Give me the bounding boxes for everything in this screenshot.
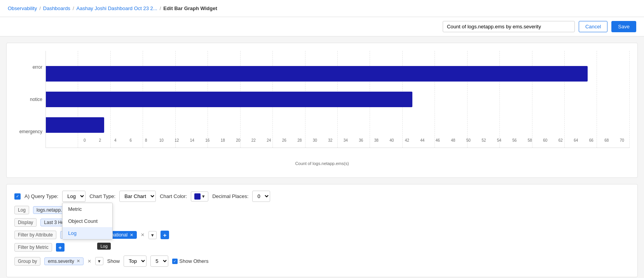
decimal-label: Decimal Places:: [212, 193, 248, 199]
top-select[interactable]: Top: [124, 255, 147, 267]
query-type-select[interactable]: Log: [62, 191, 86, 202]
chart-area: error notice emergency: [14, 51, 630, 160]
decimal-select[interactable]: 0: [252, 191, 270, 202]
x-label: 4: [108, 136, 123, 148]
breadcrumb-sep-2: /: [73, 5, 74, 11]
config-row-1: A) Query Type: Log Metric Object Count L…: [14, 191, 630, 202]
y-label-notice: notice: [30, 97, 42, 102]
query-type-dropdown-menu: Metric Object Count Log: [62, 203, 113, 240]
x-label: 12: [169, 136, 185, 148]
breadcrumb: Observability / Dashboards / Aashay Josh…: [0, 0, 644, 17]
query-enable-checkbox[interactable]: [14, 193, 21, 200]
x-label: 30: [307, 136, 323, 148]
show-label: Show: [107, 258, 120, 264]
x-label: 64: [568, 136, 584, 148]
x-label: 48: [445, 136, 461, 148]
x-label: 66: [584, 136, 599, 148]
x-label: 28: [292, 136, 307, 148]
x-label: 44: [415, 136, 430, 148]
bar-error: [46, 66, 588, 82]
show-others-label: Show Others: [179, 258, 208, 264]
x-axis-title: Count of logs.netapp.ems(s): [14, 161, 630, 166]
filter-metric-pill: Filter by Metric: [14, 243, 52, 252]
dropdown-item-log[interactable]: Log: [63, 227, 112, 239]
filter-attribute-add-btn[interactable]: +: [161, 231, 169, 239]
breadcrumb-dashboards[interactable]: Dashboards: [43, 5, 70, 11]
dropdown-item-metric[interactable]: Metric: [63, 203, 112, 215]
filter-attribute-dropdown-btn[interactable]: ▾: [148, 231, 157, 239]
x-label: 10: [154, 136, 169, 148]
query-type-label: A) Query Type:: [24, 193, 58, 199]
x-label: 70: [614, 136, 630, 148]
config-row-6: Group by ems.severity ✕ ✕ ▾ Show Top 5 S…: [14, 255, 630, 267]
x-label: 60: [538, 136, 553, 148]
filter-attribute-clear-btn[interactable]: ✕: [141, 232, 145, 238]
x-label: 18: [215, 136, 231, 148]
x-label: 6: [123, 136, 139, 148]
bar-row-notice: [46, 89, 630, 110]
group-by-tag-text: ems.severity: [48, 259, 74, 264]
chevron-down-icon: ▾: [202, 193, 205, 199]
x-label: 36: [353, 136, 369, 148]
breadcrumb-sep-3: /: [160, 5, 161, 11]
x-label: 40: [384, 136, 400, 148]
x-label: 54: [492, 136, 507, 148]
x-label: 52: [476, 136, 492, 148]
x-label: 26: [277, 136, 292, 148]
breadcrumb-dashboard-name[interactable]: Aashay Joshi Dashboard Oct 23 2...: [77, 5, 157, 11]
query-type-dropdown-container: Log Metric Object Count Log: [62, 191, 86, 202]
bar-row-error: [46, 63, 630, 84]
group-by-clear-btn[interactable]: ✕: [87, 259, 91, 264]
group-by-pill: Group by: [14, 257, 40, 266]
group-by-ems-severity-tag: ems.severity ✕: [44, 257, 83, 265]
header-bar: Cancel Save: [0, 17, 644, 36]
display-pill: Display: [14, 218, 37, 227]
y-label-error: error: [33, 64, 42, 70]
group-by-dropdown-btn[interactable]: ▾: [95, 257, 103, 265]
cancel-button[interactable]: Cancel: [579, 21, 607, 32]
top-count-select[interactable]: 5: [150, 255, 168, 267]
x-label: 50: [461, 136, 476, 148]
x-label: 24: [261, 136, 277, 148]
filter-attribute-pill: Filter by Attribute: [14, 231, 56, 239]
bar-emergency: [46, 117, 104, 133]
breadcrumb-sep-1: /: [39, 5, 41, 11]
x-label: 16: [200, 136, 215, 148]
informational-tag-close[interactable]: ✕: [130, 233, 133, 238]
x-label: 8: [138, 136, 154, 148]
x-label: 58: [522, 136, 538, 148]
x-label: 56: [507, 136, 522, 148]
x-label: 62: [553, 136, 569, 148]
y-label-emergency: emergency: [19, 129, 42, 134]
bars-area: [46, 51, 630, 148]
breadcrumb-current: Edit Bar Graph Widget: [163, 5, 217, 11]
widget-name-input[interactable]: [443, 21, 575, 32]
group-by-tag-close[interactable]: ✕: [77, 259, 80, 264]
x-label: 34: [338, 136, 354, 148]
show-others-checkbox[interactable]: [172, 259, 178, 264]
bar-row-emergency: [46, 114, 630, 136]
y-axis-labels: error notice emergency: [14, 51, 45, 148]
x-label: 32: [323, 136, 338, 148]
dropdown-item-object-count[interactable]: Object Count: [63, 215, 112, 227]
log-pill: Log: [14, 206, 29, 214]
x-label: 0: [77, 136, 92, 148]
log-tooltip: Log: [97, 243, 110, 250]
x-label: 38: [369, 136, 384, 148]
x-axis-labels: 0 2 4 6 8 10 12 14 16 18 20 22 24 26 28 …: [77, 136, 630, 148]
chart-color-swatch[interactable]: ▾: [191, 191, 208, 202]
x-label: 20: [230, 136, 246, 148]
chart-type-select[interactable]: Bar Chart: [119, 191, 156, 202]
color-swatch-box: [194, 193, 201, 200]
x-label: 68: [599, 136, 614, 148]
filter-metric-add-btn[interactable]: +: [56, 243, 65, 252]
x-label: 46: [430, 136, 446, 148]
x-label: 14: [185, 136, 200, 148]
breadcrumb-observability[interactable]: Observability: [8, 5, 37, 11]
chart-color-label: Chart Color:: [160, 193, 187, 199]
save-button[interactable]: Save: [611, 21, 636, 32]
show-others-container: Show Others: [172, 258, 208, 264]
chart-type-label: Chart Type:: [89, 193, 115, 199]
x-label: 42: [400, 136, 415, 148]
chart-container: error notice emergency: [6, 43, 638, 178]
